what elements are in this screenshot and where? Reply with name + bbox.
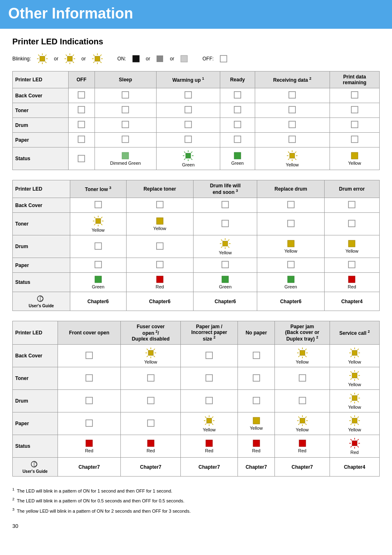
footnotes: 1 The LED will blink in a pattern of ON … (12, 486, 380, 515)
footnote-1: 1 The LED will blink in a pattern of ON … (12, 486, 380, 495)
cell-t1-t-warm (157, 103, 220, 118)
cell-t1-bc-off (68, 88, 95, 103)
blink-icon-2 (64, 53, 76, 64)
t2-col-replace-toner: Replace toner (126, 180, 194, 198)
t3-col-service: Service call 2 (330, 321, 379, 345)
t3-guide-2: Chapter7 (121, 458, 181, 477)
or-label-1: or (54, 56, 58, 62)
table-error-states: Printer LED Front cover open Fuser cover… (12, 321, 380, 477)
or-label-3: or (146, 56, 150, 62)
svg-rect-37 (181, 55, 187, 62)
cell-t1-d-recv (255, 118, 330, 133)
cell-t1-d-sleep (95, 118, 157, 133)
t2-label-guide: User's Guide (13, 292, 70, 311)
or-label-4: or (170, 56, 174, 62)
off-icon (219, 55, 228, 63)
col-receiving: Receiving data 2 (255, 71, 330, 88)
t3-col-front-open: Front cover open (58, 321, 121, 345)
col-printer-led: Printer LED (13, 71, 69, 88)
on-gray-icon (156, 55, 164, 63)
cell-t1-d-warm (157, 118, 220, 133)
table2-row-guide: User's Guide Chapter6 Chapter6 Chapter6 … (13, 292, 380, 311)
cell-t1-bc-warm (157, 88, 220, 103)
t3-guide-3: Chapter7 (181, 458, 238, 477)
page-container: Other Information Printer LED Indication… (0, 0, 392, 541)
cell-t1-s-recv: Yellow (255, 147, 330, 170)
cell-t1-s-print: Yellow (330, 147, 379, 170)
t3-guide-4: Chapter7 (238, 458, 275, 477)
col-sleep: Sleep (95, 71, 157, 88)
cell-t1-s-off (68, 147, 95, 170)
col-print-data: Print dataremaining (330, 71, 379, 88)
col-off: OFF (68, 71, 95, 88)
t2-guide-5: Chapter4 (324, 292, 379, 311)
blink-icon-1 (37, 53, 48, 64)
content-area: Printer LED Indications Blinking: or or … (0, 37, 392, 541)
table3-row-backcover: Back Cover Yellow Yellow (13, 345, 380, 367)
cell-t1-t-ready (220, 103, 255, 118)
t3-guide-6: Chapter4 (330, 458, 379, 477)
cell-t1-p-sleep (95, 133, 157, 147)
t2-guide-3: Chapter6 (194, 292, 257, 311)
cell-t1-p-warm (157, 133, 220, 147)
t3-label-bc: Back Cover (13, 345, 58, 367)
table2-row-toner: Toner Yellow Yellow (13, 213, 380, 235)
cell-t1-t-off (68, 103, 95, 118)
t2-drum-error: Yellow (324, 235, 379, 258)
t2-label-status: Status (13, 273, 70, 292)
table-toner-drum: Printer LED Toner low 3 Replace toner Dr… (12, 180, 380, 311)
page-title: Other Information (8, 5, 384, 22)
table3-row-status: Status Red Red (13, 435, 380, 458)
section-title: Printer LED Indications (12, 37, 380, 46)
cell-t1-t-sleep (95, 103, 157, 118)
footnote-2: 2 The LED will blink in a pattern of ON … (12, 496, 380, 504)
page-header: Other Information (0, 0, 392, 29)
footnote-3: 3 The yellow LED will blink in a pattern… (12, 507, 380, 515)
label-status-t1: Status (13, 147, 69, 170)
t3-label-status: Status (13, 435, 58, 458)
cell-t1-t-print (330, 103, 379, 118)
cell-t1-d-print (330, 118, 379, 133)
svg-rect-36 (157, 55, 163, 62)
t2-drum-life: Yellow (194, 235, 257, 258)
t2-col-led: Printer LED (13, 180, 70, 198)
table1-row-paper: Paper (13, 133, 380, 147)
table2-row-paper: Paper (13, 258, 380, 273)
table2-row-drum: Drum Yellow Yellow (13, 235, 380, 258)
t2-drum-replace: Yellow (257, 235, 325, 258)
t3-col-paper-jam: Paper jam /Incorrect papersize 2 (181, 321, 238, 345)
t3-col-fuser: Fuser coveropen 2/Duplex disabled (121, 321, 181, 345)
t2-label-bc: Back Cover (13, 198, 70, 213)
cell-t1-d-off (68, 118, 95, 133)
t3-guide-5: Chapter7 (275, 458, 330, 477)
off-label: OFF: (203, 56, 214, 62)
table1-row-backcover: Back Cover (13, 88, 380, 103)
t2-guide-4: Chapter6 (257, 292, 325, 311)
table3-row-paper: Paper Yellow Yellow (13, 412, 380, 435)
t2-label-toner: Toner (13, 213, 70, 235)
t3-col-back-jam: Paper jam(Back cover orDuplex tray) 2 (275, 321, 330, 345)
cell-t1-t-recv (255, 103, 330, 118)
cell-t1-bc-ready (220, 88, 255, 103)
table2-row-status: Status Green Red (13, 273, 380, 292)
or-label-2: or (81, 56, 86, 62)
cell-t1-bc-recv (255, 88, 330, 103)
table3-row-drum: Drum Yellow (13, 390, 380, 412)
table1-row-toner: Toner (13, 103, 380, 118)
t3-col-no-paper: No paper (238, 321, 275, 345)
t3-label-guide: User's Guide (13, 458, 58, 477)
page-number: 30 (12, 523, 380, 529)
t2-toner-replace: Yellow (126, 213, 194, 235)
t3-col-led: Printer LED (13, 321, 58, 345)
t2-col-toner-low: Toner low 3 (70, 180, 126, 198)
t3-label-toner: Toner (13, 367, 58, 390)
t2-col-replace-drum: Replace drum (257, 180, 325, 198)
cell-t1-p-ready (220, 133, 255, 147)
on-white-icon (180, 55, 188, 63)
t2-guide-2: Chapter6 (126, 292, 194, 311)
svg-rect-35 (133, 55, 139, 62)
table-normal-states: Printer LED OFF Sleep Warming up 1 Ready… (12, 71, 380, 170)
table2-row-backcover: Back Cover (13, 198, 380, 213)
cell-t1-p-recv (255, 133, 330, 147)
table3-row-toner: Toner Yellow (13, 367, 380, 390)
